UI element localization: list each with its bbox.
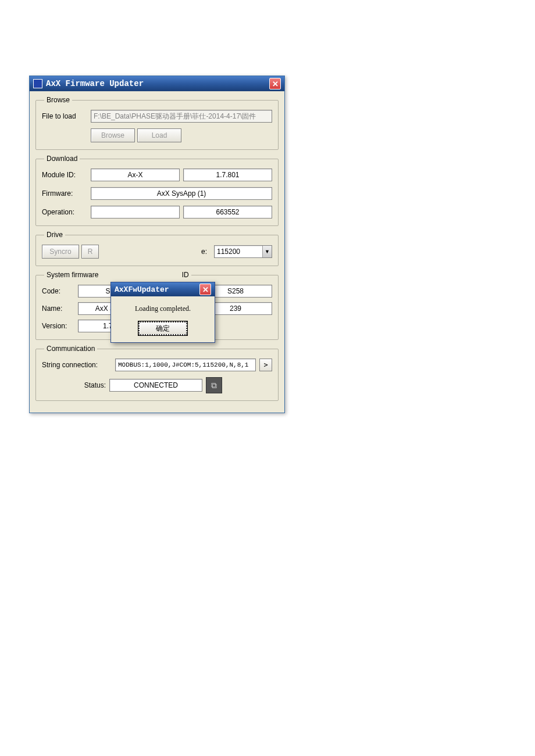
status-text: CONNECTED (134, 381, 178, 389)
download-group: Download Module ID: Ax-X 1.7.801 Firmwar… (35, 155, 279, 226)
firmware-value: AxX SysApp (1) (91, 187, 272, 200)
r-button[interactable]: R (81, 245, 99, 259)
name-label: Name: (42, 304, 74, 313)
window-title: AxX Firmware Updater (46, 79, 144, 88)
drive-group: Drive Syncro R e: 115200 ▼ (35, 231, 279, 266)
baud-value: 115200 (217, 248, 240, 256)
close-icon: ✕ (202, 285, 209, 294)
chevron-down-icon[interactable]: ▼ (262, 246, 272, 257)
drive-legend: Drive (44, 231, 65, 239)
build-text: 239 (230, 304, 241, 313)
operation-text: 663552 (216, 208, 239, 216)
close-button[interactable]: ✕ (269, 78, 281, 89)
string-connection-value[interactable]: MODBUS:1,1000,J#COM:5,115200,N,8,1 (115, 359, 256, 371)
string-connection-label: String connection: (42, 361, 112, 369)
browse-legend: Browse (44, 96, 72, 104)
module-id-value: Ax-X (91, 169, 180, 181)
main-window: AxX Firmware Updater ✕ Browse File to lo… (29, 76, 285, 413)
module-id-text: Ax-X (127, 171, 142, 179)
operation-label: Operation: (42, 208, 87, 216)
connection-text: MODBUS:1,1000,J#COM:5,115200,N,8,1 (118, 361, 248, 368)
window-body: Browse File to load F:\BE_Data\PHASE驱动器手… (30, 91, 284, 413)
titlebar[interactable]: AxX Firmware Updater ✕ (30, 76, 284, 91)
file-to-load-value: F:\BE_Data\PHASE驱动器手册\菲仕-2014-4-17\固件 (94, 112, 256, 121)
browse-button[interactable]: Browse (91, 128, 135, 142)
load-button[interactable]: Load (137, 128, 181, 142)
operation-value1 (91, 206, 180, 218)
firmware-label: Firmware: (42, 189, 87, 198)
communication-legend: Communication (44, 345, 97, 353)
module-version-value: 1.7.801 (183, 169, 272, 181)
connection-more-button[interactable]: > (259, 359, 272, 371)
modal-titlebar[interactable]: AxXFwUpdater ✕ (111, 282, 215, 296)
modal-ok-button[interactable]: 确定 (138, 321, 187, 335)
download-legend: Download (44, 155, 80, 163)
status-value: CONNECTED (109, 379, 202, 392)
code-label: Code: (42, 287, 74, 295)
baud-label: e: (201, 248, 212, 256)
operation-value2: 663552 (183, 206, 272, 218)
file-to-load-input[interactable]: F:\BE_Data\PHASE驱动器手册\菲仕-2014-4-17\固件 (91, 110, 272, 123)
close-icon: ✕ (272, 80, 279, 88)
modal-dialog: AxXFwUpdater ✕ Loading completed. 确定 (110, 282, 215, 343)
sysfw-id-label: ID (182, 271, 189, 279)
file-to-load-label: File to load (42, 112, 87, 120)
app-icon (33, 79, 42, 88)
sysfw-legend-text: System firmware (47, 271, 98, 279)
firmware-text: AxX SysApp (1) (157, 189, 206, 198)
module-version-text: 1.7.801 (216, 171, 239, 179)
system-firmware-legend: System firmware ID (44, 271, 191, 279)
modal-title: AxXFwUpdater (115, 285, 169, 294)
syncro-button[interactable]: Syncro (42, 245, 79, 259)
browse-group: Browse File to load F:\BE_Data\PHASE驱动器手… (35, 96, 279, 150)
communication-group: Communication String connection: MODBUS:… (35, 345, 279, 401)
modal-message: Loading completed. (117, 304, 209, 313)
module-id-label: Module ID: (42, 171, 87, 179)
modal-close-button[interactable]: ✕ (199, 284, 211, 295)
status-label: Status: (42, 381, 106, 389)
version-label: Version: (42, 322, 74, 330)
connection-status-icon: ⧉ (206, 377, 222, 393)
type-text: S258 (227, 287, 244, 295)
